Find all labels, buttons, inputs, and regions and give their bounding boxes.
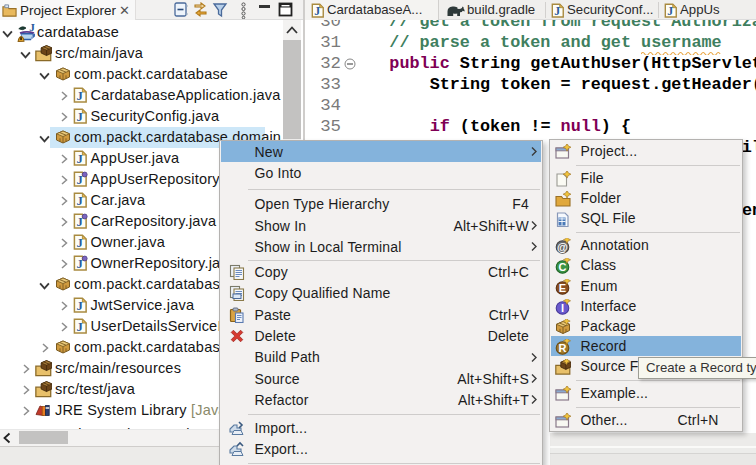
svg-text:C: C — [558, 262, 566, 274]
svg-text:R: R — [558, 342, 566, 354]
svg-text:E: E — [558, 282, 566, 294]
svg-text:I: I — [560, 302, 563, 314]
